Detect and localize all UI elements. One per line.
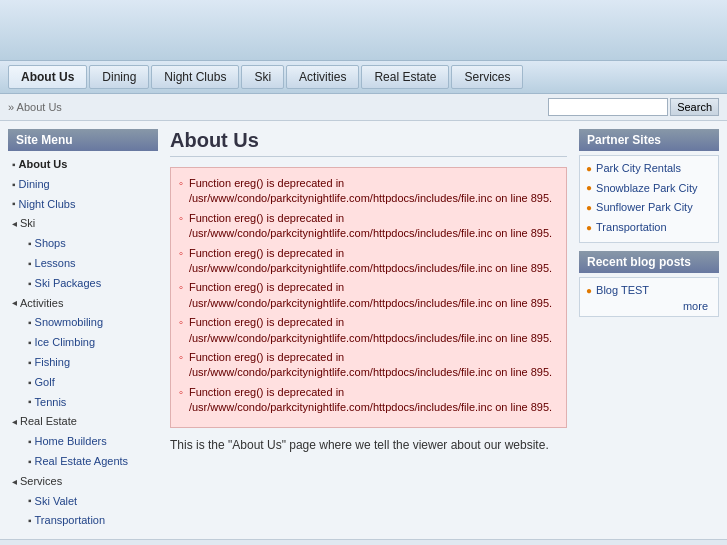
page-wrapper: About Us Dining Night Clubs Ski Activiti… [0, 0, 727, 545]
sidebar-item-fishing[interactable]: ▪ Fishing [24, 353, 158, 373]
recent-posts-title: Recent blog posts [579, 251, 719, 273]
sidebar-item-lessons[interactable]: ▪ Lessons [24, 254, 158, 274]
sidebar-item-label: Ice Climbing [35, 333, 96, 353]
tab-night-clubs[interactable]: Night Clubs [151, 65, 239, 89]
sidebar-item-transportation[interactable]: ▪ Transportation [24, 511, 158, 531]
sidebar-item-label: Ski [20, 214, 35, 234]
footer-search: Search this site: Search [0, 539, 727, 545]
bullet-icon: ▪ [28, 314, 32, 332]
ski-submenu: ▪ Shops ▪ Lessons ▪ Ski Packages [8, 234, 158, 293]
sidebar-item-label: Dining [19, 175, 50, 195]
sidebar-item-label: Real Estate [20, 412, 77, 432]
sidebar-item-label: Home Builders [35, 432, 107, 452]
error-box: ◦ Function ereg() is deprecated in /usr/… [170, 167, 567, 428]
sidebar-item-label: Shops [35, 234, 66, 254]
tab-ski[interactable]: Ski [241, 65, 284, 89]
sidebar-menu: ▪ About Us ▪ Dining ▪ Night Clubs ◂ Ski [8, 155, 158, 531]
bullet-icon: ▪ [28, 453, 32, 471]
sidebar-title: Site Menu [8, 129, 158, 151]
sidebar-item-dining[interactable]: ▪ Dining [8, 175, 158, 195]
error-item: ◦ Function ereg() is deprecated in /usr/… [179, 385, 558, 416]
error-text: Function ereg() is deprecated in /usr/ww… [189, 350, 558, 381]
link-bullet-icon: ● [586, 200, 592, 216]
sidebar-item-services[interactable]: ◂ Services [8, 472, 158, 492]
link-bullet-icon: ● [586, 180, 592, 196]
tab-real-estate[interactable]: Real Estate [361, 65, 449, 89]
sidebar-item-golf[interactable]: ▪ Golf [24, 373, 158, 393]
error-item: ◦ Function ereg() is deprecated in /usr/… [179, 315, 558, 346]
tab-services[interactable]: Services [451, 65, 523, 89]
partner-sites-content: ● Park City Rentals ● Snowblaze Park Cit… [579, 155, 719, 243]
recent-post-blog-test[interactable]: ● Blog TEST [586, 282, 712, 300]
recent-posts-more[interactable]: more [586, 300, 712, 312]
tab-dining[interactable]: Dining [89, 65, 149, 89]
error-text: Function ereg() is deprecated in /usr/ww… [189, 315, 558, 346]
error-bullet-icon: ◦ [179, 350, 183, 381]
bullet-icon: ▪ [12, 176, 16, 194]
nav-bar: About Us Dining Night Clubs Ski Activiti… [0, 60, 727, 94]
error-item: ◦ Function ereg() is deprecated in /usr/… [179, 176, 558, 207]
main-container: Site Menu ▪ About Us ▪ Dining ▪ Night Cl… [0, 121, 727, 539]
sidebar-item-ski[interactable]: ◂ Ski [8, 214, 158, 234]
partner-link-park-city-rentals[interactable]: ● Park City Rentals [586, 160, 712, 178]
breadcrumb-text: About Us [17, 101, 62, 113]
sidebar-item-activities[interactable]: ◂ Activities [8, 294, 158, 314]
tab-about-us[interactable]: About Us [8, 65, 87, 89]
link-bullet-icon: ● [586, 283, 592, 299]
expand-icon: ◂ [12, 473, 17, 491]
sidebar-item-ski-packages[interactable]: ▪ Ski Packages [24, 274, 158, 294]
bullet-icon: ▪ [28, 354, 32, 372]
partner-link-transportation[interactable]: ● Transportation [586, 219, 712, 237]
sidebar-item-real-estate[interactable]: ◂ Real Estate [8, 412, 158, 432]
partner-link-label: Snowblaze Park City [596, 180, 698, 198]
sidebar-item-night-clubs[interactable]: ▪ Night Clubs [8, 195, 158, 215]
top-search-button[interactable]: Search [670, 98, 719, 116]
bullet-icon: ▪ [28, 374, 32, 392]
recent-posts-content: ● Blog TEST more [579, 277, 719, 317]
error-bullet-icon: ◦ [179, 385, 183, 416]
error-bullet-icon: ◦ [179, 315, 183, 346]
error-item: ◦ Function ereg() is deprecated in /usr/… [179, 280, 558, 311]
sidebar-item-snowmobiling[interactable]: ▪ Snowmobiling [24, 313, 158, 333]
bullet-icon: ▪ [12, 156, 16, 174]
sidebar-item-home-builders[interactable]: ▪ Home Builders [24, 432, 158, 452]
bullet-icon: ▪ [28, 393, 32, 411]
header [0, 0, 727, 60]
error-text: Function ereg() is deprecated in /usr/ww… [189, 176, 558, 207]
breadcrumb: » About Us [8, 101, 62, 113]
sidebar-item-label: About Us [19, 155, 68, 175]
partner-sites-title: Partner Sites [579, 129, 719, 151]
error-bullet-icon: ◦ [179, 176, 183, 207]
tab-activities[interactable]: Activities [286, 65, 359, 89]
sidebar-item-ski-valet[interactable]: ▪ Ski Valet [24, 492, 158, 512]
sidebar-item-label: Snowmobiling [35, 313, 103, 333]
bullet-icon: ▪ [28, 492, 32, 510]
error-text: Function ereg() is deprecated in /usr/ww… [189, 280, 558, 311]
sidebar-item-label: Ski Packages [35, 274, 102, 294]
error-text: Function ereg() is deprecated in /usr/ww… [189, 211, 558, 242]
bullet-icon: ▪ [28, 255, 32, 273]
sidebar-item-label: Real Estate Agents [35, 452, 129, 472]
main-content: About Us ◦ Function ereg() is deprecated… [158, 129, 579, 531]
bullet-icon: ▪ [28, 334, 32, 352]
sidebar-item-real-estate-agents[interactable]: ▪ Real Estate Agents [24, 452, 158, 472]
link-bullet-icon: ● [586, 220, 592, 236]
bullet-icon: ▪ [12, 195, 16, 213]
recent-posts-widget: Recent blog posts ● Blog TEST more [579, 251, 719, 317]
sidebar: Site Menu ▪ About Us ▪ Dining ▪ Night Cl… [8, 129, 158, 531]
top-search-input[interactable] [548, 98, 668, 116]
partner-sites-widget: Partner Sites ● Park City Rentals ● Snow… [579, 129, 719, 243]
sidebar-item-label: Ski Valet [35, 492, 78, 512]
bullet-icon: ▪ [28, 512, 32, 530]
sidebar-item-tennis[interactable]: ▪ Tennis [24, 393, 158, 413]
recent-post-label: Blog TEST [596, 282, 649, 300]
sidebar-item-label: Activities [20, 294, 63, 314]
sidebar-item-about-us[interactable]: ▪ About Us [8, 155, 158, 175]
partner-link-label: Park City Rentals [596, 160, 681, 178]
sidebar-item-ice-climbing[interactable]: ▪ Ice Climbing [24, 333, 158, 353]
expand-icon: ◂ [12, 294, 17, 312]
activities-submenu: ▪ Snowmobiling ▪ Ice Climbing ▪ Fishing … [8, 313, 158, 412]
partner-link-snowblaze[interactable]: ● Snowblaze Park City [586, 180, 712, 198]
partner-link-sunflower[interactable]: ● Sunflower Park City [586, 199, 712, 217]
sidebar-item-shops[interactable]: ▪ Shops [24, 234, 158, 254]
